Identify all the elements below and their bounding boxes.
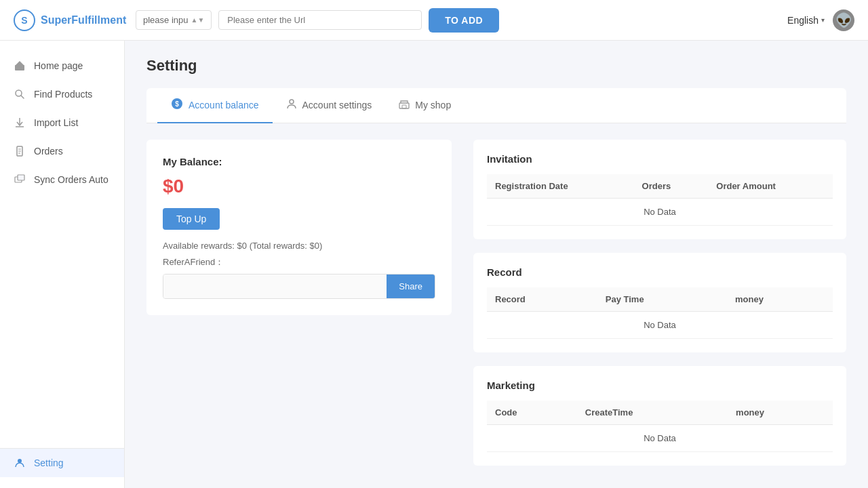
svg-marker-1: [15, 61, 24, 66]
sidebar-item-setting[interactable]: Setting: [0, 449, 124, 477]
sidebar-item-sync-orders[interactable]: Sync Orders Auto: [0, 165, 124, 194]
marketing-col-create-time: CreateTime: [577, 401, 728, 425]
record-no-data-row: No Data: [487, 312, 833, 339]
tab-account-settings[interactable]: Account settings: [273, 88, 386, 123]
page-title: Setting: [146, 57, 846, 75]
invitation-table: Registration Date Orders Order Amount No…: [487, 174, 833, 226]
sidebar-item-home[interactable]: Home page: [0, 52, 124, 80]
header-center: please inpu ▲▼ TO ADD: [136, 8, 787, 33]
import-icon: [14, 117, 26, 129]
header-right: English ▾ 👽: [787, 9, 854, 31]
tabs: $ Account balance Account settings: [146, 88, 846, 123]
tab-account-balance[interactable]: $ Account balance: [157, 88, 273, 123]
invitation-title: Invitation: [487, 153, 833, 165]
invitation-col-amount: Order Amount: [708, 174, 833, 199]
orders-icon: [14, 145, 26, 157]
top-up-button[interactable]: Top Up: [163, 208, 220, 230]
svg-rect-16: [399, 103, 409, 108]
svg-rect-11: [18, 175, 24, 180]
record-header-row: Record Pay Time money: [487, 287, 833, 312]
marketing-section: Marketing Code CreateTime money No Data: [473, 366, 846, 466]
record-col-record: Record: [487, 287, 597, 312]
invitation-col-date: Registration Date: [487, 174, 634, 199]
tab-my-shop[interactable]: My shop: [385, 88, 465, 123]
header: S SuperFulfillment please inpu ▲▼ TO ADD…: [0, 0, 868, 41]
svg-point-12: [18, 459, 22, 463]
to-add-button[interactable]: TO ADD: [429, 8, 499, 33]
total-rewards-label: (Total rewards:: [250, 241, 307, 251]
record-no-data: No Data: [487, 312, 833, 339]
svg-rect-17: [402, 105, 406, 108]
account-settings-icon: [286, 98, 297, 112]
available-rewards-value: $0: [237, 241, 247, 251]
avatar[interactable]: 👽: [833, 9, 854, 31]
marketing-title: Marketing: [487, 380, 833, 391]
invitation-col-orders: Orders: [634, 174, 709, 199]
invitation-no-data-row: No Data: [487, 199, 833, 226]
invitation-no-data: No Data: [487, 199, 833, 226]
refer-section: ReferAFriend： Share: [163, 256, 435, 299]
balance-section: My Balance: $0 Top Up Available rewards:…: [146, 140, 452, 315]
language-label: English: [787, 15, 818, 26]
record-col-money: money: [727, 287, 833, 312]
tab-account-balance-label: Account balance: [189, 100, 259, 110]
svg-line-3: [21, 96, 24, 98]
content-area: My Balance: $0 Top Up Available rewards:…: [146, 140, 846, 479]
sidebar-bottom: Setting: [0, 448, 124, 477]
app-name: SuperFulfillment: [41, 14, 126, 26]
language-selector[interactable]: English ▾: [787, 15, 825, 26]
url-input[interactable]: [218, 10, 422, 30]
svg-text:$: $: [175, 100, 179, 108]
balance-amount: $0: [163, 176, 435, 197]
logo-area: S SuperFulfillment: [14, 9, 136, 31]
left-panel: My Balance: $0 Top Up Available rewards:…: [146, 140, 452, 479]
sidebar-item-orders[interactable]: Orders: [0, 137, 124, 165]
sidebar-label-find-products: Find Products: [34, 89, 92, 100]
record-section: Record Record Pay Time money No Data: [473, 253, 846, 352]
dropdown-input[interactable]: please inpu ▲▼: [136, 10, 212, 30]
logo-icon: S: [14, 9, 35, 31]
sidebar-item-find-products[interactable]: Find Products: [0, 80, 124, 108]
marketing-col-code: Code: [487, 401, 577, 425]
invitation-section: Invitation Registration Date Orders Orde…: [473, 140, 846, 239]
marketing-table: Code CreateTime money No Data: [487, 401, 833, 452]
home-icon: [14, 60, 26, 72]
marketing-header-row: Code CreateTime money: [487, 401, 833, 425]
share-button[interactable]: Share: [387, 274, 435, 298]
language-arrow: ▾: [821, 16, 825, 24]
account-balance-icon: $: [171, 98, 183, 113]
sidebar: Home page Find Products Import List: [0, 41, 125, 488]
refer-input[interactable]: [163, 274, 387, 298]
record-col-pay-time: Pay Time: [597, 287, 727, 312]
svg-rect-0: [15, 65, 24, 70]
marketing-col-money: money: [728, 401, 833, 425]
tab-my-shop-label: My shop: [415, 100, 451, 110]
sidebar-item-import-list[interactable]: Import List: [0, 108, 124, 137]
total-rewards-value: $0): [310, 241, 323, 251]
balance-label: My Balance:: [163, 156, 435, 167]
sidebar-label-sync-orders: Sync Orders Auto: [34, 174, 108, 185]
sidebar-label-import-list: Import List: [34, 117, 78, 128]
my-shop-icon: [399, 98, 410, 112]
record-title: Record: [487, 266, 833, 278]
tab-account-settings-label: Account settings: [302, 100, 372, 110]
marketing-no-data-row: No Data: [487, 425, 833, 452]
logo-char: S: [21, 15, 27, 26]
right-panel: Invitation Registration Date Orders Orde…: [473, 140, 846, 479]
sidebar-label-orders: Orders: [34, 146, 63, 157]
dropdown-arrow: ▲▼: [191, 16, 205, 24]
sidebar-label-home: Home page: [34, 60, 83, 71]
setting-icon: [14, 457, 26, 469]
available-rewards-label: Available rewards:: [163, 241, 235, 251]
sync-icon: [14, 174, 26, 186]
avatar-icon: 👽: [835, 12, 852, 28]
svg-point-15: [290, 100, 294, 104]
refer-label: ReferAFriend：: [163, 256, 435, 268]
invitation-header-row: Registration Date Orders Order Amount: [487, 174, 833, 199]
rewards-text: Available rewards: $0 (Total rewards: $0…: [163, 241, 435, 251]
marketing-no-data: No Data: [487, 425, 833, 452]
refer-input-row: Share: [163, 274, 435, 299]
record-table: Record Pay Time money No Data: [487, 287, 833, 339]
search-icon: [14, 88, 26, 100]
main-content: Setting $ Account balance Account settin…: [125, 41, 868, 488]
